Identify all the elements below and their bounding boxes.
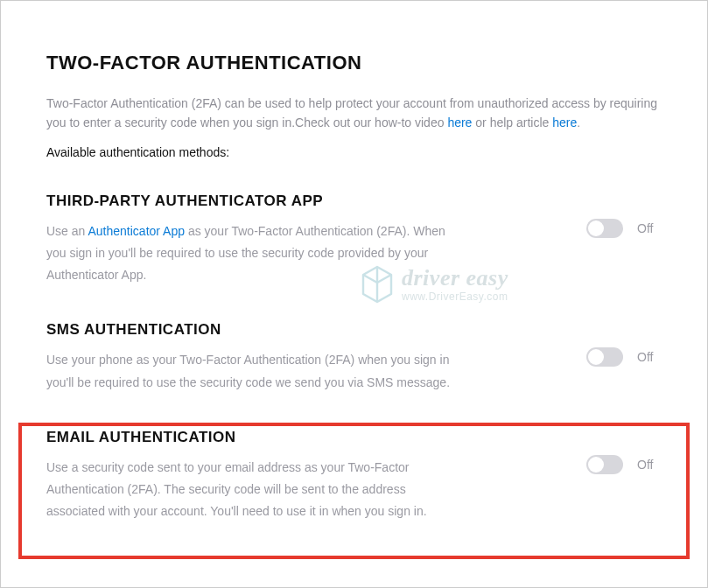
authapp-desc-1: Use an	[46, 224, 88, 238]
sms-title: SMS AUTHENTICATION	[46, 321, 458, 339]
available-methods-label: Available authentication methods:	[46, 145, 662, 159]
howto-video-link[interactable]: here	[447, 116, 472, 130]
sms-toggle[interactable]	[586, 347, 623, 367]
sms-state: Off	[637, 350, 662, 364]
authapp-desc: Use an Authenticator App as your Two-Fac…	[46, 220, 458, 287]
toggle-knob	[588, 349, 604, 365]
intro-part-2: or help article	[472, 116, 552, 130]
email-title: EMAIL AUTHENTICATION	[46, 429, 458, 446]
sms-desc: Use your phone as your Two-Factor Authen…	[46, 349, 458, 393]
help-article-link[interactable]: here	[552, 116, 577, 130]
email-desc: Use a security code sent to your email a…	[46, 457, 458, 523]
section-authenticator-app: THIRD-PARTY AUTHENTICATOR APP Use an Aut…	[46, 187, 662, 317]
authapp-toggle[interactable]	[586, 219, 623, 238]
intro-text: Two-Factor Authentication (2FA) can be u…	[46, 94, 662, 133]
email-state: Off	[637, 458, 662, 472]
authenticator-app-link[interactable]: Authenticator App	[88, 224, 185, 238]
authapp-state: Off	[637, 221, 662, 235]
section-email: EMAIL AUTHENTICATION Use a security code…	[46, 424, 662, 553]
intro-part-3: .	[577, 116, 580, 130]
section-sms: SMS AUTHENTICATION Use your phone as you…	[46, 316, 662, 423]
toggle-knob	[588, 457, 604, 472]
toggle-knob	[588, 220, 604, 236]
page-title: TWO-FACTOR AUTHENTICATION	[46, 52, 662, 74]
authapp-title: THIRD-PARTY AUTHENTICATOR APP	[46, 192, 458, 210]
email-toggle[interactable]	[586, 455, 623, 474]
